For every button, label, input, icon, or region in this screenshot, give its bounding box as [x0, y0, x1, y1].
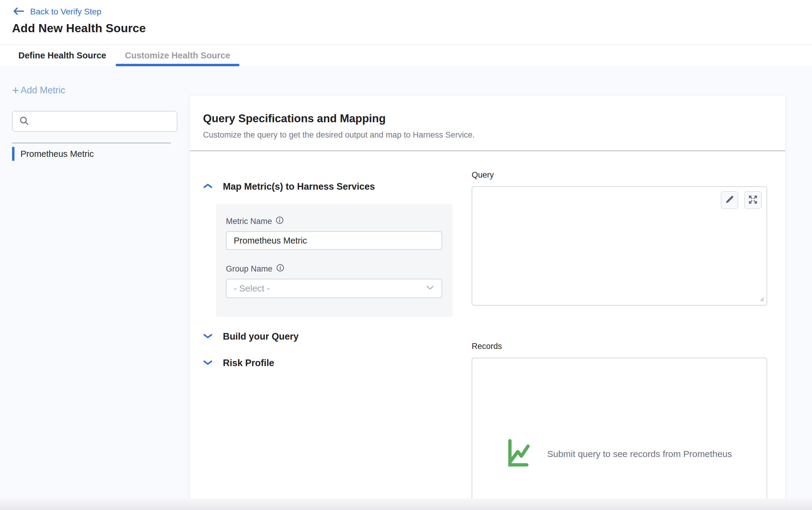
tab-customize-health-source[interactable]: Customize Health Source — [116, 45, 240, 66]
info-icon[interactable] — [276, 264, 284, 274]
group-name-label: Group Name — [226, 264, 272, 274]
card-header: Query Specifications and Mapping Customi… — [190, 95, 785, 140]
metric-name-label-row: Metric Name — [226, 216, 442, 227]
resize-handle-icon[interactable] — [758, 295, 765, 303]
card-title: Query Specifications and Mapping — [203, 112, 772, 125]
query-label: Query — [472, 171, 767, 180]
section-build-query-label: Build your Query — [223, 331, 298, 342]
plus-icon: + — [12, 86, 19, 95]
section-risk-profile-label: Risk Profile — [223, 358, 274, 368]
expand-icon — [748, 194, 758, 206]
page-title: Add New Health Source — [12, 22, 812, 35]
group-name-select-value: - Select - — [234, 283, 270, 294]
sidebar-item-prometheus-metric[interactable]: Prometheus Metric — [12, 147, 177, 161]
pencil-icon — [725, 195, 734, 206]
bottom-edge-strip — [0, 499, 812, 510]
metric-name-label: Metric Name — [226, 217, 272, 226]
expand-query-button[interactable] — [744, 191, 762, 209]
edit-query-button[interactable] — [721, 191, 738, 209]
records-label: Records — [472, 342, 767, 351]
metrics-sidebar: + Add Metric Prometheus Metric — [0, 66, 190, 510]
line-chart-icon — [507, 438, 538, 470]
records-empty-message: Submit query to see records from Prometh… — [547, 449, 732, 459]
mapping-column: Map Metric(s) to Harness Services Metric… — [190, 151, 472, 510]
metric-name-field[interactable] — [226, 231, 442, 250]
add-metric-label: Add Metric — [21, 85, 65, 96]
metric-search-input[interactable] — [34, 111, 171, 131]
back-to-verify-step-link[interactable]: Back to Verify Step — [12, 7, 102, 17]
page-header: Back to Verify Step Add New Health Sourc… — [0, 0, 812, 44]
search-icon — [19, 115, 30, 127]
section-risk-profile-toggle[interactable]: Risk Profile — [203, 358, 472, 368]
records-panel: Submit query to see records from Prometh… — [472, 358, 767, 510]
chevron-up-icon — [203, 183, 213, 190]
chevron-down-icon — [203, 359, 213, 367]
query-column: Query — [472, 151, 785, 510]
back-link-label: Back to Verify Step — [30, 7, 102, 17]
map-metrics-form: Metric Name Group Name - Select - — [216, 204, 453, 317]
query-textarea[interactable] — [472, 186, 767, 306]
health-source-tab-bar: Define Health Source Customize Health So… — [0, 44, 812, 66]
arrow-left-icon — [12, 7, 25, 17]
query-actions — [721, 191, 762, 209]
tab-define-health-source[interactable]: Define Health Source — [9, 45, 116, 66]
content-area: + Add Metric Prometheus Metric Query Spe… — [0, 66, 812, 510]
group-name-select[interactable]: - Select - — [226, 279, 442, 298]
section-map-metrics-label: Map Metric(s) to Harness Services — [223, 181, 375, 192]
card-subtitle: Customize the query to get the desired o… — [203, 130, 772, 140]
section-map-metrics-toggle[interactable]: Map Metric(s) to Harness Services — [203, 181, 472, 192]
sidebar-divider — [12, 143, 171, 143]
query-specifications-card: Query Specifications and Mapping Customi… — [190, 95, 785, 510]
add-metric-button[interactable]: + Add Metric — [12, 85, 65, 96]
chevron-down-icon — [203, 333, 213, 340]
section-build-query-toggle[interactable]: Build your Query — [203, 331, 472, 342]
info-icon[interactable] — [276, 216, 284, 227]
group-name-label-row: Group Name — [226, 264, 442, 274]
metric-search-box[interactable] — [12, 111, 177, 132]
card-body: Map Metric(s) to Harness Services Metric… — [190, 151, 785, 510]
chevron-down-icon — [426, 285, 434, 292]
